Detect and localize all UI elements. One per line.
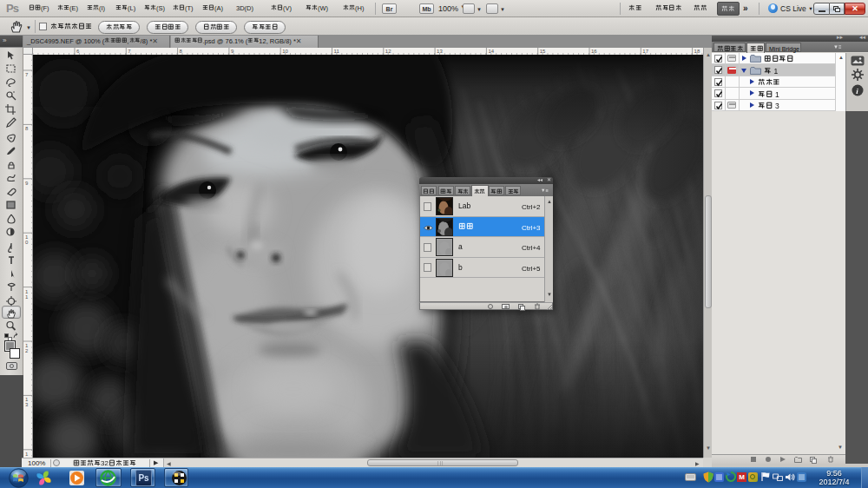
svg-text:9: 9: [25, 181, 29, 186]
svg-text:2: 2: [25, 348, 29, 353]
svg-text:3: 3: [25, 402, 29, 407]
svg-text:8: 8: [25, 126, 29, 131]
svg-text:1: 1: [25, 294, 29, 300]
svg-text:0: 0: [25, 240, 29, 245]
svg-text:14: 14: [488, 49, 494, 54]
svg-text:7: 7: [25, 72, 29, 77]
svg-text:12: 12: [385, 49, 391, 54]
svg-text:10: 10: [282, 49, 288, 54]
svg-text:13: 13: [437, 49, 443, 54]
svg-text:15: 15: [540, 49, 546, 54]
svg-text:11: 11: [334, 49, 340, 54]
svg-text:16: 16: [591, 49, 597, 54]
svg-text:18: 18: [694, 49, 700, 54]
svg-text:17: 17: [642, 49, 648, 54]
